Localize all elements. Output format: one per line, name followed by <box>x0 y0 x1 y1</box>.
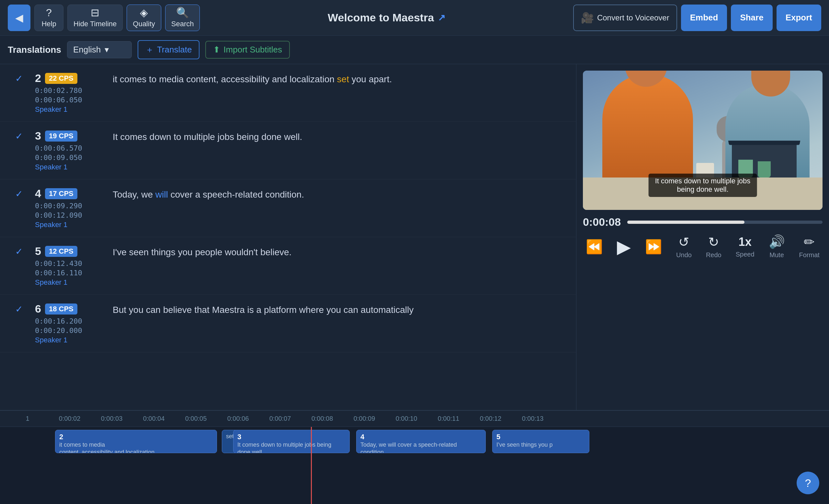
time-end: 0:00:20.000 <box>35 326 87 334</box>
video-subtitle-overlay: It comes down to multiple jobs being don… <box>649 174 757 197</box>
speaker-label[interactable]: Speaker 1 <box>35 163 87 171</box>
play-icon: ▶ <box>617 236 631 257</box>
back-button[interactable]: ◀ <box>8 4 30 31</box>
subtitle-number: 2 <box>35 72 41 84</box>
check-column: ✓ <box>9 302 29 315</box>
video-timestamp: 0:00:08 <box>583 216 823 228</box>
subtitle-text[interactable]: It comes down to multiple jobs being don… <box>113 130 567 144</box>
main-toolbar: ◀ ? Help ⊟ Hide Timeline ◈ Quality 🔍 Sea… <box>0 0 829 36</box>
video-icon: 🎥 <box>581 12 594 24</box>
speaker-label[interactable]: Speaker 1 <box>35 336 87 344</box>
toolbar-right: 🎥 Convert to Voiceover Embed Share Expor… <box>573 4 821 31</box>
speed-button[interactable]: 1x Speed <box>736 235 755 258</box>
subtitle-toolbar: Translations English ▾ ＋ Translate ⬆ Imp… <box>0 36 829 64</box>
toolbar-left: ◀ ? Help ⊟ Hide Timeline ◈ Quality 🔍 Sea… <box>8 4 200 31</box>
help-fab-button[interactable]: ? <box>797 472 819 494</box>
checkmark-icon: ✓ <box>15 304 23 315</box>
main-content: ✓ 2 22 CPS 0:00:02.780 0:00:06.050 Speak… <box>0 64 829 410</box>
time-column: 0:00:02.780 0:00:06.050 Speaker 1 <box>35 86 87 114</box>
subtitle-meta: 3 19 CPS 0:00:06.570 0:00:09.050 Speaker… <box>35 130 106 171</box>
mute-button[interactable]: 🔊 Mute <box>769 234 785 259</box>
timeline-clip[interactable]: 2 it comes to mediacontent, accessibilit… <box>55 430 217 453</box>
undo-button[interactable]: ↺ Undo <box>676 235 692 259</box>
check-column: ✓ <box>9 72 29 84</box>
speaker-label[interactable]: Speaker 1 <box>35 105 87 114</box>
convert-to-voiceover-button[interactable]: 🎥 Convert to Voiceover <box>573 4 677 31</box>
subtitle-text[interactable]: I've seen things you people wouldn't bel… <box>113 245 567 259</box>
subtitle-item: ✓ 4 17 CPS 0:00:09.290 0:00:12.090 Speak… <box>0 179 576 237</box>
translations-label: Translations <box>8 45 61 55</box>
play-button[interactable]: ▶ <box>617 236 631 257</box>
clip-text: it comes to mediacontent, accessibility … <box>59 441 213 453</box>
subtitle-number: 6 <box>35 302 41 315</box>
mute-icon: 🔊 <box>769 234 785 249</box>
progress-bar[interactable] <box>627 221 823 224</box>
ruler-mark: 0:00:13 <box>512 415 554 422</box>
subtitle-text[interactable]: But you can believe that Maestra is a pl… <box>113 302 567 317</box>
embed-button[interactable]: Embed <box>681 4 727 31</box>
language-select[interactable]: English ▾ <box>67 41 132 58</box>
plus-icon: ＋ <box>145 44 154 56</box>
clip-number: 4 <box>360 433 481 441</box>
hide-timeline-icon: ⊟ <box>91 7 99 18</box>
upload-icon: ⬆ <box>213 45 220 55</box>
time-column: 0:00:12.430 0:00:16.110 Speaker 1 <box>35 259 87 287</box>
export-button[interactable]: Export <box>777 4 821 31</box>
rewind-button[interactable]: ⏪ <box>586 239 603 255</box>
external-link-icon[interactable]: ↗ <box>438 12 445 23</box>
help-button[interactable]: ? Help <box>34 4 64 31</box>
timeline-clip[interactable]: 4 Today, we will cover a speech-relatedc… <box>356 430 486 453</box>
check-column: ✓ <box>9 187 29 199</box>
toolbar-center: Welcome to Maestra ↗ <box>205 11 568 24</box>
help-fab-icon: ? <box>805 477 811 490</box>
time-start: 0:00:06.570 <box>35 144 87 152</box>
speaker-label[interactable]: Speaker 1 <box>35 278 87 287</box>
quality-button[interactable]: ◈ Quality <box>127 4 161 31</box>
cps-badge: 12 CPS <box>45 246 77 257</box>
timeline-tracks[interactable]: 2 it comes to mediacontent, accessibilit… <box>0 427 829 504</box>
rewind-icon: ⏪ <box>586 239 603 255</box>
hide-timeline-button[interactable]: ⊟ Hide Timeline <box>67 4 123 31</box>
search-icon: 🔍 <box>176 7 189 18</box>
clip-number: 5 <box>497 433 585 441</box>
back-icon: ◀ <box>15 13 23 23</box>
search-button[interactable]: 🔍 Search <box>165 4 200 31</box>
time-end: 0:00:09.050 <box>35 153 87 161</box>
subtitle-text[interactable]: it comes to media content, accessibility… <box>113 72 567 86</box>
fast-forward-button[interactable]: ⏩ <box>645 239 662 255</box>
timeline-clip[interactable]: 3 It comes down to multiple jobs beingdo… <box>233 430 350 453</box>
ruler-mark: 0:00:10 <box>385 415 427 422</box>
check-column: ✓ <box>9 245 29 257</box>
speaker-label[interactable]: Speaker 1 <box>35 221 87 229</box>
time-end: 0:00:16.110 <box>35 269 87 277</box>
time-end: 0:00:06.050 <box>35 96 87 104</box>
import-subtitles-button[interactable]: ⬆ Import Subtitles <box>205 41 290 59</box>
ruler-mark: 0:00:03 <box>91 415 133 422</box>
cps-badge: 19 CPS <box>45 131 77 142</box>
subtitle-list[interactable]: ✓ 2 22 CPS 0:00:02.780 0:00:06.050 Speak… <box>0 64 576 410</box>
video-frame: It comes down to multiple jobs being don… <box>583 71 823 210</box>
share-button[interactable]: Share <box>731 4 772 31</box>
fast-forward-icon: ⏩ <box>645 239 662 255</box>
time-start: 0:00:16.200 <box>35 317 87 325</box>
redo-icon: ↻ <box>708 235 719 249</box>
subtitle-item: ✓ 6 18 CPS 0:00:16.200 0:00:20.000 Speak… <box>0 295 576 352</box>
timeline-clip[interactable]: 5 I've seen things you p <box>492 430 589 453</box>
cps-badge: 18 CPS <box>45 303 77 315</box>
subtitle-text[interactable]: Today, we will cover a speech-related co… <box>113 187 567 202</box>
quality-label: Quality <box>133 20 155 28</box>
progress-fill <box>627 221 745 224</box>
time-end: 0:00:12.090 <box>35 211 87 219</box>
time-start: 0:00:02.780 <box>35 86 87 95</box>
translate-button[interactable]: ＋ Translate <box>138 40 200 59</box>
time-column: 0:00:16.200 0:00:20.000 Speaker 1 <box>35 317 87 344</box>
clip-text: I've seen things you p <box>497 441 585 448</box>
timeline-ruler: 1 0:00:02 0:00:03 0:00:04 0:00:05 0:00:0… <box>0 411 829 427</box>
format-button[interactable]: ✏ Format <box>799 235 820 259</box>
redo-button[interactable]: ↻ Redo <box>706 235 721 259</box>
subtitle-meta: 4 17 CPS 0:00:09.290 0:00:12.090 Speaker… <box>35 187 106 229</box>
cps-badge: 17 CPS <box>45 188 77 199</box>
video-player[interactable]: It comes down to multiple jobs being don… <box>583 71 823 210</box>
subtitle-meta: 6 18 CPS 0:00:16.200 0:00:20.000 Speaker… <box>35 302 106 344</box>
ruler-mark: 0:00:11 <box>427 415 470 422</box>
